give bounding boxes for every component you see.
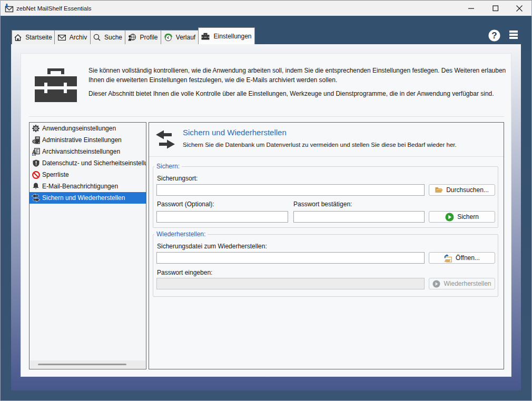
svg-text:?: ? [491,31,497,41]
svg-text:A: A [32,148,36,155]
